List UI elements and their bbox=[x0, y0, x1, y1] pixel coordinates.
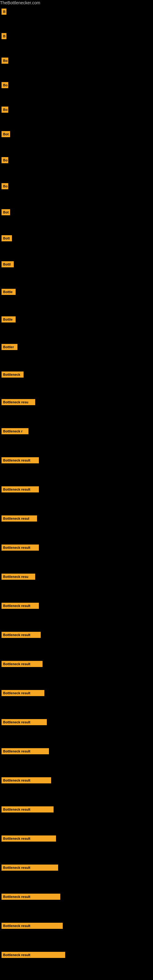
list-item: Bottleneck result bbox=[2, 835, 151, 842]
bottleneck-label[interactable]: Bottleneck result bbox=[2, 632, 41, 638]
list-item: Bottleneck result bbox=[2, 690, 151, 696]
bottleneck-label[interactable]: Bottle bbox=[2, 317, 16, 323]
bottleneck-label[interactable]: Bottleneck result bbox=[2, 457, 39, 463]
bottleneck-label[interactable]: Bottleneck result bbox=[2, 952, 65, 958]
list-item: Bo bbox=[2, 183, 151, 189]
list-item: Bottleneck result bbox=[2, 632, 151, 638]
bottleneck-label[interactable]: Bo bbox=[2, 107, 8, 113]
site-title-bar: TheBottlenecker.com bbox=[0, 0, 153, 5]
list-item: Bottle bbox=[2, 289, 151, 295]
bottleneck-label[interactable]: Bo bbox=[2, 57, 8, 64]
bottleneck-label[interactable]: Bottl bbox=[2, 261, 14, 267]
list-item: Bottler bbox=[2, 344, 151, 350]
bottleneck-label[interactable]: Bottleneck result bbox=[2, 719, 47, 725]
bottleneck-label[interactable]: Bottler bbox=[2, 344, 18, 350]
list-item: Bottleneck result bbox=[2, 457, 151, 463]
bottleneck-label[interactable]: Bottleneck result bbox=[2, 923, 63, 929]
bottleneck-label[interactable]: Bottleneck result bbox=[2, 894, 60, 900]
list-item: Bottl bbox=[2, 261, 151, 267]
bottleneck-label[interactable]: Bottleneck result bbox=[2, 807, 54, 813]
list-item: Bo bbox=[2, 157, 151, 163]
list-item: Bo bbox=[2, 57, 151, 64]
list-item: Bot bbox=[2, 131, 151, 137]
bottleneck-label[interactable]: Bottle bbox=[2, 289, 16, 295]
bottleneck-label[interactable]: B bbox=[2, 9, 6, 15]
bottleneck-label[interactable]: Bottleneck bbox=[2, 371, 24, 378]
list-item: Bottleneck result bbox=[2, 952, 151, 958]
bottleneck-label[interactable]: Bo bbox=[2, 157, 8, 163]
list-item: Bottleneck result bbox=[2, 544, 151, 550]
list-item: Bo bbox=[2, 82, 151, 88]
list-item: Bot bbox=[2, 209, 151, 215]
list-item: Bo bbox=[2, 107, 151, 113]
bottleneck-label[interactable]: Bottleneck result bbox=[2, 603, 39, 609]
list-item: B bbox=[2, 33, 151, 39]
bottleneck-label[interactable]: Bott bbox=[2, 235, 12, 241]
list-item: Bottleneck resu bbox=[2, 574, 151, 580]
list-item: Bottleneck result bbox=[2, 894, 151, 900]
list-item: Bottleneck result bbox=[2, 865, 151, 871]
list-item: Bottleneck result bbox=[2, 807, 151, 813]
bottleneck-label[interactable]: Bottleneck result bbox=[2, 544, 39, 550]
list-item: Bottleneck bbox=[2, 371, 151, 378]
bottleneck-label[interactable]: Bot bbox=[2, 209, 10, 215]
bottleneck-label[interactable]: Bo bbox=[2, 82, 8, 88]
list-item: Bottleneck result bbox=[2, 486, 151, 492]
list-item: Bottleneck resu bbox=[2, 399, 151, 405]
bottleneck-label[interactable]: Bottleneck result bbox=[2, 748, 49, 754]
bottleneck-label[interactable]: Bottleneck result bbox=[2, 777, 51, 783]
bottleneck-label[interactable]: Bottleneck result bbox=[2, 486, 39, 492]
list-item: Bott bbox=[2, 235, 151, 241]
bottleneck-label[interactable]: Bottleneck resu bbox=[2, 399, 35, 405]
bottleneck-label[interactable]: Bottleneck result bbox=[2, 865, 58, 871]
bottleneck-label[interactable]: Bo bbox=[2, 183, 8, 189]
list-item: B bbox=[2, 9, 151, 15]
bottleneck-label[interactable]: Bottleneck result bbox=[2, 690, 45, 696]
bottleneck-label[interactable]: Bottleneck resu bbox=[2, 574, 35, 580]
items-container: BBBoBoBoBotBoBoBotBottBottlBottleBottleB… bbox=[0, 5, 153, 980]
list-item: Bottleneck result bbox=[2, 777, 151, 783]
list-item: Bottleneck r bbox=[2, 428, 151, 434]
list-item: Bottleneck result bbox=[2, 748, 151, 754]
list-item: Bottleneck result bbox=[2, 923, 151, 929]
bottleneck-label[interactable]: Bottleneck r bbox=[2, 428, 29, 434]
list-item: Bottleneck result bbox=[2, 603, 151, 609]
bottleneck-label[interactable]: Bot bbox=[2, 131, 10, 137]
bottleneck-label[interactable]: Bottleneck resul bbox=[2, 515, 37, 522]
bottleneck-label[interactable]: Bottleneck result bbox=[2, 661, 43, 667]
list-item: Bottleneck resul bbox=[2, 515, 151, 522]
site-title: TheBottlenecker.com bbox=[0, 0, 40, 6]
list-item: Bottleneck result bbox=[2, 719, 151, 725]
list-item: Bottleneck result bbox=[2, 661, 151, 667]
bottleneck-label[interactable]: B bbox=[2, 33, 6, 39]
bottleneck-label[interactable]: Bottleneck result bbox=[2, 835, 56, 842]
list-item: Bottle bbox=[2, 317, 151, 323]
